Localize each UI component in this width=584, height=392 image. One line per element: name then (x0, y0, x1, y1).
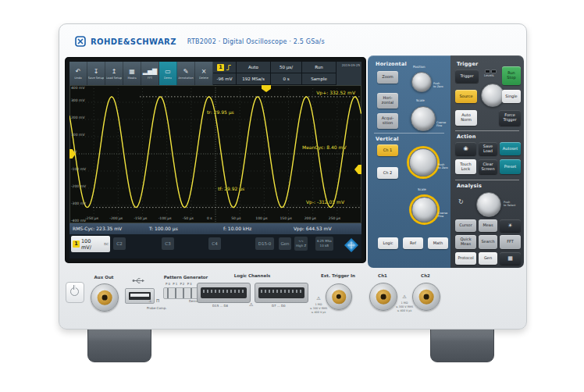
ch1-button[interactable]: Ch 1 (377, 144, 398, 156)
protocol-button[interactable]: Protocol (455, 252, 476, 265)
save-load-button[interactable]: Save Load (479, 142, 497, 155)
levels-knob-label: Levels (484, 74, 494, 78)
brand-name: ROHDE&SCHWARZ (91, 37, 176, 46)
analysis-navigation-knob[interactable] (476, 192, 501, 217)
auto-norm-button[interactable]: Auto Norm (455, 110, 477, 126)
trigger-action-analysis-panel: Trigger Trigger Levels Run Stop Source S… (450, 55, 524, 268)
ch2-bnc (412, 283, 440, 311)
time-tick-label: 50 µs (231, 216, 240, 220)
cursor-button[interactable]: Cursor (455, 219, 476, 232)
vertical-scale-knob[interactable] (411, 197, 437, 223)
power-button[interactable] (66, 282, 84, 303)
clock-date: 2019-09-25 (337, 62, 361, 85)
preset-button[interactable]: Preset (500, 159, 521, 174)
toolbar-masks-button[interactable]: ▦ Masks (123, 62, 141, 85)
push-to-zero-caption: Push to Zero (438, 163, 448, 169)
trigger-menu-button[interactable]: Trigger (455, 69, 479, 83)
time-tick-label: 100 µs (255, 216, 267, 220)
position-knob-label: Position (413, 66, 426, 69)
trigger-level-knob[interactable] (481, 84, 504, 107)
trigger-source-button[interactable]: Source (455, 90, 477, 103)
apps-button[interactable]: ▦ (500, 252, 521, 265)
channel2-tab[interactable]: C2 (113, 237, 126, 250)
toolbar-demo-button[interactable]: ▭ Demo (159, 62, 177, 85)
probe-comp-label: Probe Comp. (147, 306, 167, 310)
aux-out-bnc (91, 283, 119, 312)
force-trigger-button[interactable]: Force Trigger (499, 110, 521, 126)
single-button[interactable]: Single (502, 90, 521, 103)
horizontal-vertical-panel: Horizontal Zoom Position Push to Zero Ho… (368, 55, 450, 268)
acquisition-button[interactable]: Acqui- sition (377, 113, 398, 129)
channel-bar: 1 100 mV/ DC C2 C3 C4 D15-0 Gen ∿∿ High … (69, 234, 361, 258)
voltage-tick-label: -400 mV (71, 219, 86, 223)
voltage-tick-label: -100 mV (71, 167, 86, 171)
math-button[interactable]: Math (428, 237, 448, 249)
warning-line: ≤ 400 V pk (307, 311, 330, 315)
ground-icon: ⊥ (148, 298, 152, 303)
pattern-generator-label: Pattern Generator (164, 275, 208, 280)
toolbar-load-setup-button[interactable]: ↥ Load Setup (105, 62, 123, 85)
timebase-cell[interactable]: 50 µs/ (271, 62, 302, 73)
toolbar-label: Demo (164, 77, 173, 80)
acquisition-state-cell[interactable]: Run (302, 62, 337, 73)
trigger-section-header: Trigger (457, 61, 478, 67)
toolbar-annotation-button[interactable]: ✎ Annotation (177, 62, 195, 85)
search-button[interactable]: Search (479, 235, 497, 249)
horizontal-button[interactable]: Hori- zontal (377, 93, 398, 109)
toolbar-label: FFT (148, 77, 152, 80)
measurement-period: T: 100.00 µs (149, 226, 178, 231)
horizontal-position-knob[interactable] (411, 72, 432, 92)
time-tick-label: -250 µs (85, 216, 98, 220)
time-tick-label: 200 µs (304, 216, 316, 220)
clear-screen-button[interactable]: Clear Screen (479, 159, 497, 174)
logic-channels-label: Logic Channels (234, 273, 271, 278)
d7-d0-label: D7 ... D0 (272, 304, 286, 308)
logic-channels-tab[interactable]: D15-0 (255, 237, 274, 250)
toolbar-delete-button[interactable]: × Delete (195, 62, 213, 85)
fft-button[interactable]: FFT (500, 235, 521, 249)
gen-button[interactable]: Gen (479, 252, 497, 265)
warning-icon: ⚠ (249, 302, 253, 307)
autoset-button[interactable]: Autoset (500, 142, 521, 155)
channel1-scale: 100 mV/ (81, 238, 102, 251)
intensity-button[interactable]: ☀ (500, 219, 521, 232)
oscilloscope-screen[interactable]: ↶ Undo ↧ Save Setup ↥ Load Setup ▦ Masks… (69, 62, 361, 258)
generator-tab[interactable]: Gen (279, 237, 291, 250)
power-icon (70, 287, 79, 296)
meas-button[interactable]: Meas (479, 219, 497, 232)
trigger-level-cell[interactable]: -96 mV (213, 73, 237, 85)
horizontal-position-cell[interactable]: 0 s (271, 73, 302, 85)
rohde-schwarz-logo-icon (75, 36, 86, 47)
trigger-mode-cell[interactable]: Auto (237, 62, 271, 73)
channel3-tab[interactable]: C3 (162, 237, 174, 250)
delete-icon: × (201, 68, 207, 75)
waveform-display[interactable]: 400 mV300 mV200 mV100 mV0 V-100 mV-200 m… (69, 85, 361, 223)
screenshot-camera-button[interactable]: ◉ (455, 142, 476, 155)
logic-connector-d7-d0 (255, 283, 308, 303)
coarse-fine-caption: Coarse Fine (438, 212, 447, 218)
toolbar-undo-button[interactable]: ↶ Undo (69, 62, 87, 85)
voltage-tick-label: 100 mV (71, 133, 84, 137)
aux-out-label: Aux Out (94, 275, 114, 280)
toolbar-fft-button[interactable]: ▂▅▇ FFT (141, 62, 159, 85)
logic-button[interactable]: Logic (378, 237, 398, 249)
zoom-button[interactable]: Zoom (377, 71, 398, 84)
channel1-tab[interactable]: 1 100 mV/ DC (71, 236, 110, 252)
toolbar-label: Undo (74, 77, 81, 80)
toolbar-save-setup-button[interactable]: ↧ Save Setup (87, 62, 105, 85)
ref-button[interactable]: Ref (403, 237, 423, 249)
vertical-position-knob[interactable] (409, 148, 437, 176)
acquisition-mode-cell[interactable]: Sample (302, 73, 337, 85)
voltage-tick-label: -200 mV (71, 184, 86, 188)
quick-meas-button[interactable]: Quick Meas (455, 235, 476, 249)
warning-line: ≤ 400 V pk (393, 309, 416, 313)
channel4-tab[interactable]: C4 (208, 237, 221, 250)
section-divider (455, 130, 519, 131)
horizontal-scale-knob[interactable] (411, 106, 436, 131)
warning-icon: ⚠ (316, 295, 320, 301)
ch2-button[interactable]: Ch 2 (377, 167, 398, 179)
run-stop-button[interactable]: Run Stop (502, 66, 521, 85)
bnc-hole (102, 295, 108, 301)
trigger-source-cell[interactable]: 1 (213, 62, 237, 73)
touch-lock-button[interactable]: Touch Lock (455, 159, 476, 174)
